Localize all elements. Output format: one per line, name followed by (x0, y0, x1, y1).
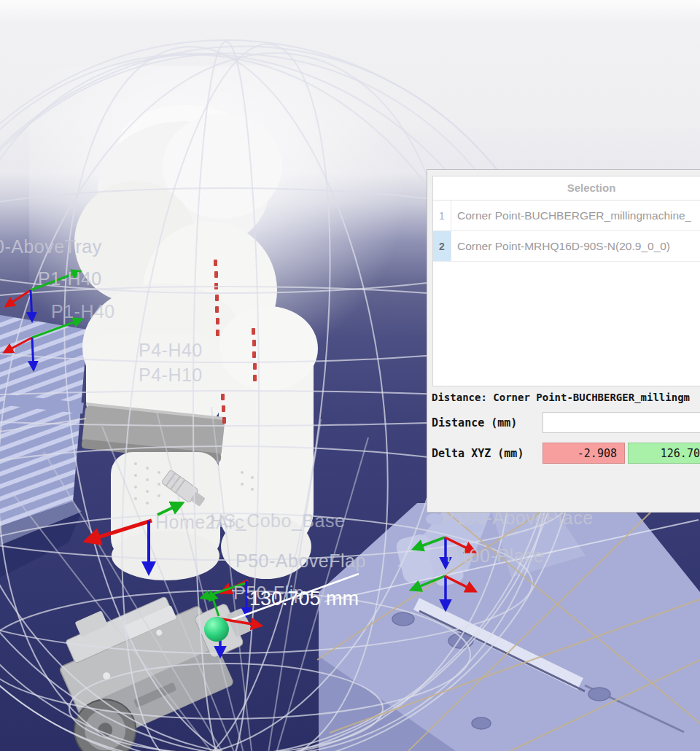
measure-section: Distance: Corner Point-BUCHBERGER_millin… (432, 392, 700, 464)
row-label: Corner Point-MRHQ16D-90S-N(20.9_0_0) (451, 240, 670, 253)
selection-row-1[interactable]: 1 Corner Point-BUCHBERGER_millingmachine… (433, 201, 700, 231)
delta-label: Delta XYZ (mm) (432, 447, 524, 460)
selection-panel: Selection 1 Corner Point-BUCHBERGER_mill… (427, 169, 700, 513)
distance-value-field[interactable] (542, 412, 700, 433)
label-p1-h40-a: P1-H40 (38, 268, 102, 289)
distance-summary: Distance: Corner Point-BUCHBERGER_millin… (432, 392, 700, 403)
p100-place-triad[interactable] (411, 576, 475, 610)
selection-list: Selection 1 Corner Point-BUCHBERGER_mill… (432, 176, 700, 386)
distance-row: Distance (mm) (432, 412, 700, 434)
delta-x-field[interactable]: -2.908 (542, 443, 625, 464)
label-p100-place: P100-Place (446, 545, 544, 567)
measurement-value-label: 130.705 mm (249, 588, 359, 610)
label-p1-h40-b: P1-H40 (51, 301, 115, 322)
viewport-3d[interactable]: 0-AboveTray P1-H40 P1-H40 P4-H40 P4-H10 … (0, 0, 700, 751)
selection-row-2[interactable]: 2 Corner Point-MRHQ16D-90S-N(20.9_0_0) (433, 231, 700, 262)
delta-row: Delta XYZ (mm) -2.908 126.704 (432, 443, 700, 464)
delta-y-field[interactable]: 126.704 (628, 443, 700, 464)
label-p50-aboveflap: P50-AboveFlap (236, 550, 366, 572)
label-p4-h10: P4-H10 (139, 365, 203, 386)
label-above-tray: 0-AboveTray (0, 236, 102, 257)
row-number: 2 (433, 231, 451, 261)
label-cobo-base: HS_Cobo_Base (210, 510, 345, 532)
selection-list-title: Selection (433, 176, 700, 201)
row-number: 1 (433, 201, 451, 230)
p1-h40-triad-b[interactable] (4, 319, 82, 370)
label-p4-h40: P4-H40 (139, 340, 203, 361)
row-label: Corner Point-BUCHBERGER_millingmachine_ (451, 209, 691, 222)
target-sphere[interactable] (204, 617, 229, 642)
distance-label: Distance (mm) (432, 416, 517, 429)
